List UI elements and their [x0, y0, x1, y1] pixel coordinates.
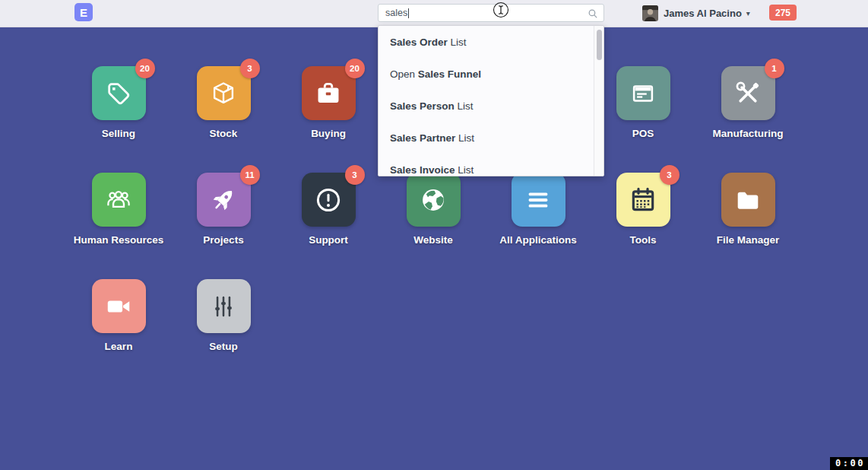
- app-projects[interactable]: 11 Projects: [171, 173, 276, 279]
- search-result-sales-partner-list[interactable]: Sales Partner List: [379, 122, 603, 154]
- recording-timer: 0:00: [830, 457, 868, 470]
- app-tile-manufacturing[interactable]: 1: [721, 66, 775, 120]
- search-results-dropdown: Sales Order List Open Sales Funnel Sales…: [378, 25, 604, 176]
- search-result-sales-invoice-list[interactable]: Sales Invoice List: [379, 154, 603, 176]
- count-badge: 3: [345, 165, 365, 185]
- app-tile-stock[interactable]: 3: [197, 66, 251, 120]
- app-label-tools: Tools: [630, 234, 657, 246]
- count-badge: 1: [765, 59, 784, 78]
- app-website[interactable]: Website: [381, 173, 486, 279]
- folder-icon: [733, 186, 762, 214]
- search-result-sales-person-list[interactable]: Sales Person List: [379, 90, 603, 122]
- app-selling[interactable]: 20 Selling: [66, 66, 171, 173]
- app-tools[interactable]: 3 Tools: [591, 173, 695, 279]
- app-label-manufacturing: Manufacturing: [713, 128, 784, 139]
- scrollbar-thumb[interactable]: [597, 30, 602, 60]
- rocket-icon: [209, 186, 238, 214]
- app-support[interactable]: 3 Support: [276, 173, 381, 279]
- app-buying[interactable]: 20 Buying: [276, 66, 381, 173]
- desk-background: { "navbar": { "logo_text": "E", "search_…: [0, 0, 868, 470]
- count-badge: 3: [660, 165, 680, 185]
- app-logo[interactable]: E: [74, 3, 93, 21]
- mouse-cursor-icon: [493, 2, 509, 18]
- pos-terminal-icon: [629, 79, 657, 108]
- app-all-applications[interactable]: All Applications: [486, 173, 591, 279]
- app-label-file-manager: File Manager: [717, 234, 780, 246]
- app-manufacturing[interactable]: 1 Manufacturing: [695, 66, 800, 173]
- app-label-pos: POS: [632, 128, 654, 139]
- app-stock[interactable]: 3 Stock: [171, 66, 276, 173]
- count-badge: 11: [240, 165, 260, 185]
- app-tile-tools[interactable]: 3: [616, 173, 670, 227]
- menu-icon: [524, 186, 553, 214]
- user-menu[interactable]: James Al Pacino ▾: [642, 4, 750, 22]
- box-icon: [209, 79, 238, 108]
- avatar: [642, 5, 658, 21]
- app-label-stock: Stock: [210, 128, 238, 139]
- text-caret: [408, 8, 409, 18]
- app-label-selling: Selling: [102, 128, 135, 139]
- app-label-support: Support: [309, 234, 348, 246]
- count-badge: 20: [345, 59, 365, 78]
- tag-icon: [104, 79, 133, 108]
- search-result-sales-order-list[interactable]: Sales Order List: [379, 26, 603, 58]
- app-label-human-resources: Human Resources: [74, 234, 164, 246]
- chevron-down-icon: ▾: [746, 9, 750, 17]
- app-tile-setup[interactable]: [197, 279, 251, 333]
- app-label-projects: Projects: [203, 234, 243, 246]
- app-logo-letter: E: [80, 6, 87, 19]
- search-icon: [588, 8, 598, 19]
- wrench-screwdriver-icon: [733, 79, 762, 108]
- app-file-manager[interactable]: File Manager: [695, 173, 800, 279]
- app-tile-support[interactable]: 3: [302, 173, 356, 227]
- app-tile-human-resources[interactable]: [92, 173, 146, 227]
- app-tile-selling[interactable]: 20: [92, 66, 146, 120]
- calendar-icon: [629, 186, 657, 214]
- briefcase-icon: [314, 79, 343, 108]
- app-setup[interactable]: Setup: [171, 279, 276, 386]
- app-tile-pos[interactable]: [616, 66, 670, 120]
- notifications-badge[interactable]: 275: [769, 5, 797, 21]
- count-badge: 20: [135, 59, 155, 78]
- app-pos[interactable]: POS: [591, 66, 695, 173]
- top-navbar: E sales James Al Pacino ▾ 275: [0, 0, 868, 27]
- search-result-open-sales-funnel[interactable]: Open Sales Funnel: [379, 58, 603, 90]
- app-tile-file-manager[interactable]: [721, 173, 775, 227]
- app-label-learn: Learn: [105, 341, 133, 352]
- app-tile-website[interactable]: [407, 173, 461, 227]
- app-label-buying: Buying: [311, 128, 346, 139]
- app-human-resources[interactable]: Human Resources: [66, 173, 171, 279]
- scrollbar-track: [594, 26, 603, 176]
- video-camera-icon: [104, 292, 133, 321]
- app-label-all-applications: All Applications: [499, 234, 577, 246]
- user-name: James Al Pacino: [664, 8, 742, 19]
- global-search-input[interactable]: sales: [378, 4, 604, 22]
- app-tile-projects[interactable]: 11: [197, 173, 251, 227]
- exclamation-circle-icon: [314, 186, 343, 214]
- count-badge: 3: [240, 59, 260, 78]
- globe-icon: [419, 186, 448, 214]
- people-icon: [104, 186, 133, 214]
- app-tile-learn[interactable]: [92, 279, 146, 333]
- search-text: sales: [385, 8, 407, 18]
- app-label-website: Website: [413, 234, 453, 246]
- app-tile-buying[interactable]: 20: [302, 66, 356, 120]
- app-label-setup: Setup: [209, 341, 238, 352]
- app-learn[interactable]: Learn: [66, 279, 171, 386]
- app-tile-all-applications[interactable]: [512, 173, 565, 227]
- sliders-icon: [209, 292, 238, 321]
